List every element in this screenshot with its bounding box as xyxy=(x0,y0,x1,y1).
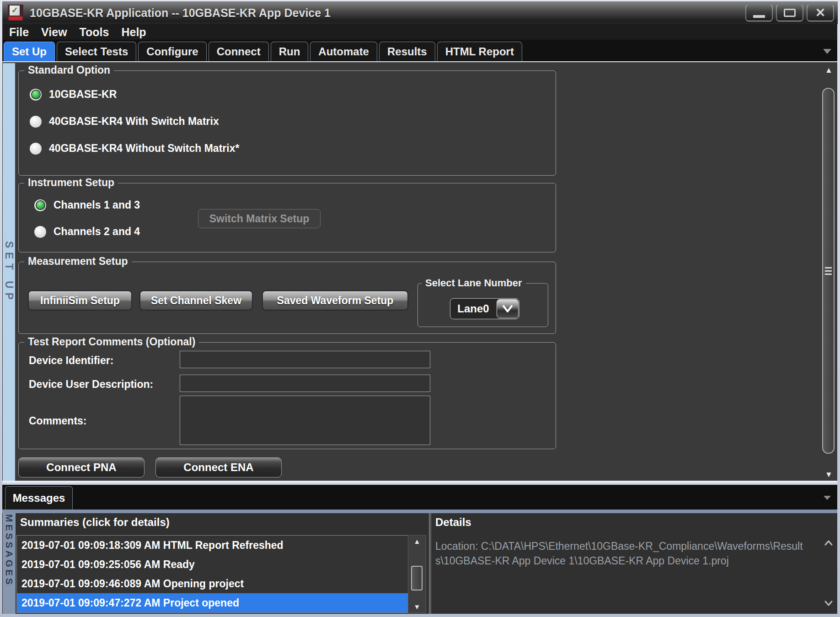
radio-40gbase-kr4-without-switch[interactable]: 40GBASE-KR4 Without Switch Matrix* xyxy=(30,142,239,155)
connect-pna-button[interactable]: Connect PNA xyxy=(18,457,144,478)
application-window: ✓ 10GBASE-KR Application -- 10GBASE-KR A… xyxy=(0,0,840,617)
summaries-scrollbar[interactable]: ▲ ▼ xyxy=(408,535,426,613)
tab-set-up[interactable]: Set Up xyxy=(4,42,55,61)
test-report-legend: Test Report Comments (Optional) xyxy=(24,336,199,348)
radio-selected-icon xyxy=(34,199,46,211)
device-description-field[interactable] xyxy=(180,375,430,392)
main-scrollbar[interactable]: ▲ ▼ xyxy=(820,64,837,481)
lane-number-dropdown[interactable]: Lane0 xyxy=(450,298,519,319)
menu-file[interactable]: File xyxy=(9,26,29,39)
instrument-setup-group: Instrument Setup Channels 1 and 3 Channe… xyxy=(18,183,556,252)
messages-tab-row: Messages xyxy=(2,485,837,510)
chevron-down-icon xyxy=(502,305,513,313)
menu-bar: File View Tools Help xyxy=(2,24,837,40)
radio-10gbase-kr[interactable]: 10GBASE-KR xyxy=(30,88,117,101)
radio-unselected-icon xyxy=(34,226,46,238)
tab-overflow-chevron-down-icon[interactable] xyxy=(823,49,831,54)
summaries-details-divider xyxy=(429,513,431,614)
instrument-setup-legend: Instrument Setup xyxy=(24,177,118,189)
radio-unselected-icon xyxy=(30,143,42,155)
menu-tools[interactable]: Tools xyxy=(80,26,109,39)
tab-automate[interactable]: Automate xyxy=(310,42,377,61)
list-item-selected[interactable]: 2019-07-01 09:09:47:272 AM Project opene… xyxy=(17,593,408,612)
close-icon: ✕ xyxy=(815,7,826,19)
radio-channels-1-3[interactable]: Channels 1 and 3 xyxy=(34,199,140,211)
messages-side-strip: MESSAGES xyxy=(3,513,16,614)
messages-side-label: MESSAGES xyxy=(4,513,15,614)
close-button[interactable]: ✕ xyxy=(807,4,834,21)
menu-view[interactable]: View xyxy=(41,26,67,39)
set-channel-skew-button[interactable]: Set Channel Skew xyxy=(139,290,253,311)
maximize-button[interactable] xyxy=(776,4,803,21)
comments-label: Comments: xyxy=(29,415,87,427)
radio-40gbase-kr4-with-switch[interactable]: 40GBASE-KR4 With Switch Matrix xyxy=(30,115,219,128)
standard-option-legend: Standard Option xyxy=(24,64,114,76)
details-text: Location: C:\DATA\HPS\Ethernet\10GBase-K… xyxy=(435,539,822,568)
device-identifier-label: Device Identifier: xyxy=(29,354,113,367)
tab-bar: Set Up Select Tests Configure Connect Ru… xyxy=(2,40,837,61)
tab-messages[interactable]: Messages xyxy=(5,486,73,510)
list-item[interactable]: 2019-07-01 09:09:18:309 AM HTML Report R… xyxy=(17,536,408,555)
tab-configure[interactable]: Configure xyxy=(138,42,206,61)
radio-channels-2-4[interactable]: Channels 2 and 4 xyxy=(34,225,140,238)
details-scroll-down-icon[interactable] xyxy=(824,600,833,606)
summaries-list: 2019-07-01 09:09:18:309 AM HTML Report R… xyxy=(16,535,408,613)
standard-option-group: Standard Option 10GBASE-KR 40GBASE-KR4 W… xyxy=(18,70,556,176)
scroll-up-icon[interactable]: ▲ xyxy=(408,537,426,545)
tab-run[interactable]: Run xyxy=(271,42,309,61)
menu-help[interactable]: Help xyxy=(121,26,146,39)
radio-unselected-icon xyxy=(30,116,42,128)
tab-connect[interactable]: Connect xyxy=(209,42,269,61)
panel-separator xyxy=(2,481,837,485)
measurement-setup-group: Measurement Setup InfiniiSim Setup Set C… xyxy=(18,262,556,334)
connect-ena-button[interactable]: Connect ENA xyxy=(155,457,282,478)
scrollbar-thumb[interactable] xyxy=(411,566,423,590)
details-scroll-up-icon[interactable] xyxy=(824,540,833,546)
radio-selected-icon xyxy=(30,89,42,101)
details-header: Details xyxy=(435,516,471,529)
scrollbar-thumb[interactable] xyxy=(822,88,835,454)
window-title: 10GBASE-KR Application -- 10GBASE-KR App… xyxy=(30,6,331,20)
infiniisim-setup-button[interactable]: InfiniiSim Setup xyxy=(28,290,132,311)
test-report-comments-group: Test Report Comments (Optional) Device I… xyxy=(18,342,556,449)
lane-number-value: Lane0 xyxy=(450,299,496,319)
app-icon: ✓ xyxy=(8,5,23,21)
device-description-label: Device User Description: xyxy=(29,378,153,391)
switch-matrix-setup-button[interactable]: Switch Matrix Setup xyxy=(198,209,321,228)
scroll-down-icon[interactable]: ▼ xyxy=(408,603,426,611)
tab-results[interactable]: Results xyxy=(379,42,435,61)
list-item[interactable]: 2019-07-01 09:09:25:056 AM Ready xyxy=(17,555,408,574)
messages-overflow-chevron-down-icon[interactable] xyxy=(824,496,831,500)
comments-field[interactable] xyxy=(180,396,430,445)
setup-side-strip: SET UP xyxy=(3,63,15,482)
select-lane-group: Select Lane Number Lane0 xyxy=(417,283,548,327)
lane-dropdown-button[interactable] xyxy=(497,299,519,318)
title-bar: ✓ 10GBASE-KR Application -- 10GBASE-KR A… xyxy=(2,1,838,24)
tab-html-report[interactable]: HTML Report xyxy=(437,42,522,61)
device-identifier-field[interactable] xyxy=(180,351,430,368)
minimize-button[interactable] xyxy=(745,4,773,21)
scroll-down-icon[interactable]: ▼ xyxy=(820,470,837,479)
setup-side-label: SET UP xyxy=(3,241,15,304)
tab-select-tests[interactable]: Select Tests xyxy=(57,42,136,61)
scroll-up-icon[interactable]: ▲ xyxy=(820,66,837,75)
saved-waveform-setup-button[interactable]: Saved Waveform Setup xyxy=(262,290,408,311)
measurement-setup-legend: Measurement Setup xyxy=(24,255,132,268)
messages-panel-top-edge xyxy=(2,510,837,513)
maximize-icon xyxy=(784,9,796,17)
select-lane-legend: Select Lane Number xyxy=(422,277,526,289)
minimize-icon xyxy=(753,15,765,18)
summaries-header: Summaries (click for details) xyxy=(20,516,170,529)
list-item[interactable]: 2019-07-01 09:09:46:089 AM Opening proje… xyxy=(17,574,408,593)
